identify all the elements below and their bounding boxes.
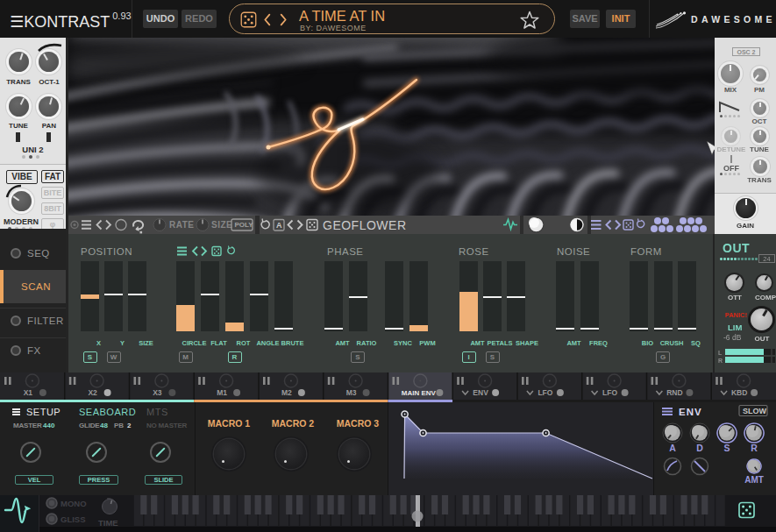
svg-text:M1: M1 bbox=[217, 388, 227, 397]
svg-text:RND: RND bbox=[666, 388, 682, 397]
svg-text:S: S bbox=[723, 443, 730, 453]
svg-text:MAIN ENV: MAIN ENV bbox=[402, 389, 437, 397]
svg-text:AMT: AMT bbox=[744, 475, 764, 485]
svg-text:RATE: RATE bbox=[169, 220, 194, 230]
svg-text:A: A bbox=[669, 443, 676, 453]
svg-text:GLISS: GLISS bbox=[61, 514, 86, 524]
svg-text:KBD: KBD bbox=[731, 388, 747, 397]
svg-text:LFO: LFO bbox=[538, 388, 552, 397]
svg-text:D: D bbox=[696, 443, 703, 453]
svg-text:X3: X3 bbox=[153, 388, 162, 397]
svg-text:X2: X2 bbox=[88, 388, 97, 397]
svg-text:LFO: LFO bbox=[602, 388, 617, 397]
svg-text:POLY: POLY bbox=[235, 221, 254, 229]
svg-text:R: R bbox=[751, 443, 758, 453]
svg-text:GEOFLOWER: GEOFLOWER bbox=[323, 218, 407, 232]
svg-text:ENV: ENV bbox=[679, 407, 702, 417]
svg-text:SLOW: SLOW bbox=[743, 407, 767, 415]
svg-text:M2: M2 bbox=[281, 388, 292, 397]
svg-text:ENV: ENV bbox=[473, 388, 488, 397]
svg-text:X1: X1 bbox=[24, 388, 33, 397]
svg-text:SIZE: SIZE bbox=[211, 220, 232, 230]
svg-text:A: A bbox=[276, 221, 282, 230]
svg-text:TIME: TIME bbox=[98, 518, 118, 528]
svg-text:MONO: MONO bbox=[61, 499, 87, 508]
svg-text:M3: M3 bbox=[346, 388, 357, 397]
